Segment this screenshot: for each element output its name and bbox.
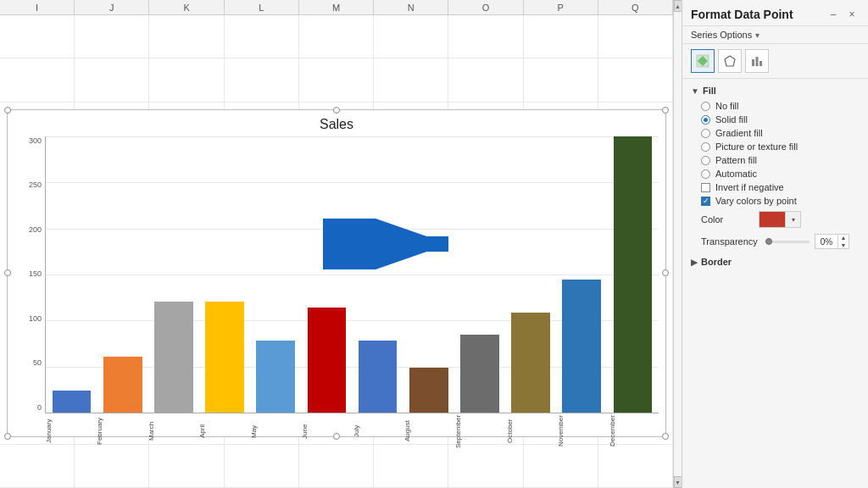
cell[interactable] <box>0 15 75 58</box>
bar[interactable] <box>256 341 295 413</box>
cell[interactable] <box>374 15 448 58</box>
gradient-fill-radio[interactable] <box>701 129 710 138</box>
bar-item[interactable] <box>47 136 96 413</box>
cell[interactable] <box>374 445 448 487</box>
scroll-up-button[interactable]: ▲ <box>674 0 682 12</box>
border-section-header[interactable]: ▶ Border <box>682 253 868 270</box>
vertical-scrollbar[interactable]: ▲ ▼ <box>673 0 682 488</box>
bar[interactable] <box>511 313 550 412</box>
cell[interactable] <box>225 58 299 101</box>
cell[interactable] <box>0 58 75 101</box>
resize-handle-tr[interactable] <box>662 107 669 114</box>
gradient-fill-option[interactable]: Gradient fill <box>682 126 868 140</box>
bar[interactable] <box>53 391 92 413</box>
cell[interactable] <box>299 445 374 487</box>
bar-item[interactable] <box>303 136 351 413</box>
resize-handle-tc[interactable] <box>333 107 340 114</box>
scroll-track[interactable] <box>674 12 682 476</box>
cell[interactable] <box>149 58 224 101</box>
bar[interactable] <box>562 280 601 412</box>
resize-handle-ml[interactable] <box>4 269 11 276</box>
cell[interactable] <box>598 15 673 58</box>
picture-fill-radio[interactable] <box>701 142 710 152</box>
bar-item[interactable] <box>558 136 606 413</box>
cell[interactable] <box>598 445 673 487</box>
scroll-down-button[interactable]: ▼ <box>674 476 682 488</box>
pattern-fill-option[interactable]: Pattern fill <box>682 153 868 167</box>
color-dropdown-arrow-icon[interactable]: ▾ <box>785 212 800 227</box>
resize-handle-mr[interactable] <box>662 269 669 276</box>
cell[interactable] <box>598 58 673 101</box>
cell[interactable] <box>225 445 299 487</box>
cell[interactable] <box>524 445 598 487</box>
cell[interactable] <box>75 445 149 487</box>
cell[interactable] <box>299 15 374 58</box>
cell[interactable] <box>524 58 598 101</box>
chart-container[interactable]: Sales 0 50 100 150 200 250 300 <box>7 109 666 437</box>
bar-item[interactable] <box>201 136 249 413</box>
fill-effects-tab[interactable] <box>691 49 715 73</box>
color-picker-button[interactable]: ▾ <box>759 211 801 228</box>
bar-item[interactable] <box>609 136 657 413</box>
y-tick: 0 <box>14 403 42 412</box>
bar-item[interactable] <box>507 136 555 413</box>
solid-fill-radio[interactable] <box>701 115 710 125</box>
bar[interactable] <box>154 302 193 412</box>
pane-minimize-button[interactable]: – <box>826 7 841 22</box>
picture-fill-option[interactable]: Picture or texture fill <box>682 140 868 153</box>
cell[interactable] <box>225 15 299 58</box>
cell[interactable] <box>448 58 523 101</box>
bar[interactable] <box>614 136 653 413</box>
transparency-thumb[interactable] <box>765 238 772 245</box>
automatic-fill-radio[interactable] <box>701 169 710 179</box>
cell[interactable] <box>374 58 448 101</box>
transparency-slider[interactable] <box>765 241 810 243</box>
bar-item[interactable] <box>353 136 402 413</box>
bar[interactable] <box>460 335 499 412</box>
bar[interactable] <box>308 308 347 413</box>
no-fill-radio[interactable] <box>701 102 710 111</box>
series-options-row[interactable]: Series Options ▾ <box>682 26 868 44</box>
transparency-increment-button[interactable]: ▲ <box>838 234 849 241</box>
cell[interactable] <box>149 15 224 58</box>
cell[interactable] <box>75 58 149 101</box>
fill-section-header[interactable]: ▼ Fill <box>682 82 868 99</box>
cell[interactable] <box>75 15 149 58</box>
bar-item[interactable] <box>404 136 453 413</box>
bar-item[interactable] <box>252 136 300 413</box>
cell[interactable] <box>149 445 224 487</box>
resize-handle-br[interactable] <box>662 433 669 440</box>
vary-colors-checkbox[interactable]: ✓ <box>701 197 710 206</box>
solid-fill-option[interactable]: Solid fill <box>682 113 868 126</box>
x-label: February <box>96 413 144 449</box>
automatic-fill-option[interactable]: Automatic <box>682 167 868 180</box>
bar-options-tab[interactable] <box>745 49 769 73</box>
grid-row <box>0 58 673 102</box>
cell[interactable] <box>0 445 75 487</box>
no-fill-option[interactable]: No fill <box>682 99 868 113</box>
series-dropdown-arrow-icon[interactable]: ▾ <box>755 30 760 40</box>
vary-colors-option[interactable]: ✓ Vary colors by point <box>682 194 868 208</box>
cell[interactable] <box>448 15 523 58</box>
bar[interactable] <box>103 357 142 412</box>
bar[interactable] <box>205 302 244 412</box>
pattern-fill-radio[interactable] <box>701 156 710 165</box>
transparency-decrement-button[interactable]: ▼ <box>838 241 849 249</box>
cell[interactable] <box>448 445 523 487</box>
pane-close-button[interactable]: × <box>844 7 860 22</box>
bar[interactable] <box>359 341 398 413</box>
cell[interactable] <box>524 15 598 58</box>
bar[interactable] <box>409 368 448 412</box>
cell[interactable] <box>299 58 374 101</box>
bar-item[interactable] <box>149 136 198 413</box>
invert-if-negative-checkbox[interactable] <box>701 183 710 192</box>
resize-handle-bl[interactable] <box>4 433 11 440</box>
shape-tab[interactable] <box>718 49 742 73</box>
bar-item[interactable] <box>98 136 147 413</box>
bar-item[interactable] <box>455 136 504 413</box>
invert-if-negative-option[interactable]: Invert if negative <box>682 180 868 194</box>
resize-handle-bc[interactable] <box>333 433 340 440</box>
resize-handle-tl[interactable] <box>4 107 11 114</box>
transparency-spinner[interactable]: ▲ ▼ <box>837 234 849 249</box>
color-row: Color ▾ <box>682 208 868 231</box>
